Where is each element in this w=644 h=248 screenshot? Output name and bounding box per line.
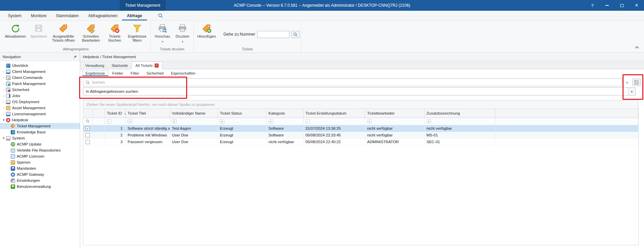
sidebar-item-acmp-lizenzen[interactable]: ACMP Lizenzen: [0, 153, 80, 159]
delete-tickets-button[interactable]: Tickets löschen: [104, 22, 125, 43]
column-header-erstellungsdatum[interactable]: Ticket Erstellungsdatum: [303, 109, 365, 118]
search-input[interactable]: [92, 80, 620, 84]
clear-search-icon[interactable]: [624, 79, 631, 86]
column-header-ticket-titel[interactable]: Ticket Titel: [125, 109, 170, 118]
chevron-down-icon[interactable]: [628, 88, 635, 95]
sidebar-item-acmp-update[interactable]: ACMP Update: [0, 141, 80, 147]
search-options-button[interactable]: [632, 79, 641, 86]
column-header-ticket-id[interactable]: Ticket ID: [105, 109, 125, 118]
column-header-ticketbearbeiter[interactable]: Ticketbearbeiter: [365, 109, 424, 118]
dropdown-caret-icon[interactable]: [182, 39, 183, 43]
chevron-right-icon[interactable]: [1, 70, 6, 74]
column-header-ticket-status[interactable]: Ticket Status: [218, 109, 266, 118]
subtab-eigenschaften[interactable]: Eigenschaften: [168, 70, 199, 76]
sidebar-item-system[interactable]: System: [0, 135, 80, 141]
tab-verwaltung[interactable]: Verwaltung: [82, 61, 108, 69]
print-preview-button[interactable]: Vorschau: [152, 22, 173, 44]
table-row[interactable]: 1 Software stürzt ständig ab Test Aagon …: [83, 125, 638, 132]
subtab-ergebnisse[interactable]: Ergebnisse: [82, 70, 108, 76]
quick-edit-button[interactable]: Schnelles Bearbeiten: [78, 22, 104, 43]
sidebar-item-ticket-management[interactable]: Ticket Management: [0, 123, 80, 129]
maximize-button[interactable]: [614, 0, 629, 11]
close-button[interactable]: [629, 0, 644, 11]
dropdown-caret-icon[interactable]: [162, 39, 163, 43]
search-scope-dropdown[interactable]: In Abfrageergebnissen suchen: [83, 87, 636, 95]
sidebar-item-client-commands[interactable]: Client Commands: [0, 75, 80, 81]
chevron-right-icon[interactable]: [1, 106, 6, 110]
tab-all-tickets[interactable]: All Tickets: [131, 61, 162, 69]
filter-search-cell[interactable]: [83, 118, 93, 125]
refresh-button[interactable]: Aktualisieren: [3, 22, 28, 39]
chevron-right-icon[interactable]: [1, 112, 6, 116]
column-header-kategorie[interactable]: Kategorie: [266, 109, 303, 118]
minimize-button[interactable]: [600, 0, 614, 11]
menu-stammdaten[interactable]: Stammdaten: [51, 11, 84, 20]
filter-text-icon[interactable]: [128, 119, 132, 124]
sidebar-item-sperren[interactable]: Sperren: [0, 159, 80, 165]
column-header-zusatzbezeichnung[interactable]: Zusatzbezeichnung: [424, 109, 495, 118]
menu-search-button[interactable]: [156, 11, 166, 20]
goto-search-button[interactable]: [291, 31, 300, 38]
sidebar-item-asset-management[interactable]: Asset Management: [0, 105, 80, 111]
print-button[interactable]: Drucken: [173, 22, 192, 44]
pin-icon[interactable]: [73, 55, 77, 59]
filter-text-icon[interactable]: [220, 119, 224, 124]
filter-text-icon[interactable]: [367, 119, 372, 124]
filter-equals-icon[interactable]: [107, 119, 111, 124]
filter-text-icon[interactable]: [269, 119, 273, 124]
sidebar-item-jobs[interactable]: Jobs: [0, 93, 80, 99]
chevron-right-icon[interactable]: [1, 88, 6, 92]
filter-text-icon[interactable]: [427, 119, 431, 124]
filter-cell-zusatz[interactable]: [424, 118, 495, 125]
sidebar-item-lizenzmanagement[interactable]: Lizenzmanagement: [0, 111, 80, 117]
sidebar-item-acmp-gateway[interactable]: ACMP Gateway: [0, 171, 80, 177]
menu-monitore[interactable]: Monitore: [26, 11, 51, 20]
help-button[interactable]: [585, 0, 600, 11]
row-checkbox[interactable]: [86, 140, 90, 144]
filter-cell-status[interactable]: [218, 118, 266, 125]
sidebar-item-sicherheit[interactable]: Sicherheit: [0, 87, 80, 93]
filter-cell-ticket-titel[interactable]: [125, 118, 170, 125]
row-checkbox[interactable]: [86, 126, 90, 131]
chevron-right-icon[interactable]: [1, 76, 6, 80]
table-row[interactable]: 3 Passwort vergessen User Doe Erzeugt ni…: [83, 138, 638, 145]
filter-cell-ticket-id[interactable]: [105, 118, 125, 125]
row-checkbox[interactable]: [86, 133, 90, 137]
table-row[interactable]: 2 Probleme mit Windows User Doe Erzeugt …: [83, 132, 638, 138]
filter-equals-icon[interactable]: [306, 119, 310, 124]
chevron-down-icon[interactable]: [1, 118, 6, 122]
sidebar-item-mandanten[interactable]: Mandanten: [0, 165, 80, 171]
sidebar-item-einstellungen[interactable]: Einstellungen: [0, 177, 80, 183]
filter-cell-name[interactable]: [170, 118, 218, 125]
filter-text-icon[interactable]: [172, 119, 176, 124]
goto-number-input[interactable]: [257, 31, 289, 38]
sidebar-item-helpdesk[interactable]: Helpdesk: [0, 117, 80, 123]
chevron-right-icon[interactable]: [1, 100, 6, 104]
collapse-ribbon-button[interactable]: [635, 45, 639, 50]
subtab-felder[interactable]: Felder: [109, 70, 127, 76]
filter-cell-bearbeiter[interactable]: [365, 118, 424, 125]
group-by-panel[interactable]: Ziehen Sie einen Spaltenkopf hierhin, um…: [83, 100, 638, 109]
subtab-filter[interactable]: Filter: [127, 70, 143, 76]
chevron-right-icon[interactable]: [1, 82, 6, 86]
menu-abfrageaktionen[interactable]: Abfrageaktionen: [84, 11, 122, 20]
menu-system[interactable]: System: [3, 11, 26, 20]
sidebar-item-patch-management[interactable]: Patch Management: [0, 81, 80, 87]
open-selected-tickets-button[interactable]: Ausgewählte Tickets öffnen: [49, 22, 78, 43]
sidebar-item-ueberblick[interactable]: Überblick: [0, 63, 80, 69]
column-header-vollstaendiger-name[interactable]: Vollständiger Name: [170, 109, 218, 118]
select-column-header[interactable]: [83, 109, 93, 118]
filter-cell-datum[interactable]: [303, 118, 365, 125]
titlebar-app-tab[interactable]: Ticket Management: [120, 0, 166, 11]
menu-abfrage[interactable]: Abfrage: [122, 11, 147, 20]
chevron-down-icon[interactable]: [1, 136, 6, 140]
add-ticket-button[interactable]: Hinzufügen: [195, 22, 218, 39]
tab-startseite[interactable]: Startseite: [108, 61, 132, 69]
close-tab-icon[interactable]: [155, 64, 159, 68]
sidebar-item-benutzerverwaltung[interactable]: Benutzerverwaltung: [0, 183, 80, 190]
filter-cell-kategorie[interactable]: [266, 118, 303, 125]
sidebar-item-client-management[interactable]: Client Management: [0, 69, 80, 75]
sidebar-item-os-deployment[interactable]: OS Deployment: [0, 99, 80, 105]
chevron-right-icon[interactable]: [1, 94, 6, 98]
subtab-sicherheit[interactable]: Sicherheit: [143, 70, 167, 76]
